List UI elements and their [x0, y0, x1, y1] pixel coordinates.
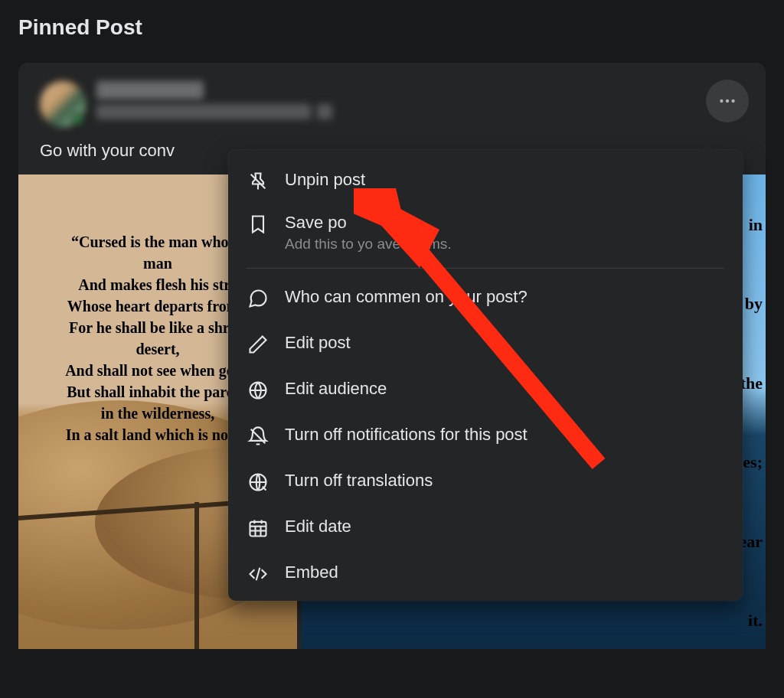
post-options-menu: Unpin post Save po Add this to yo aved i… — [228, 150, 743, 601]
menu-label: Edit post — [285, 331, 724, 354]
menu-item-edit-post[interactable]: Edit post — [228, 321, 743, 367]
menu-item-save[interactable]: Save po Add this to yo aved items. — [228, 202, 743, 262]
code-icon — [247, 563, 270, 585]
menu-item-turn-off-notifications[interactable]: Turn off notifications for this post — [228, 413, 743, 458]
menu-label: Save po — [285, 211, 724, 234]
bell-off-icon — [247, 425, 270, 448]
menu-item-edit-audience[interactable]: Edit audience — [228, 367, 743, 413]
calendar-icon — [247, 517, 270, 540]
avatar[interactable] — [40, 81, 86, 127]
menu-item-embed[interactable]: Embed — [228, 550, 743, 596]
post-meta — [96, 104, 744, 119]
svg-point-0 — [720, 99, 723, 103]
globe-icon — [247, 379, 270, 402]
menu-sublabel: Add this to yo aved items. — [285, 236, 724, 253]
svg-line-15 — [256, 568, 260, 580]
menu-label: Embed — [285, 561, 724, 584]
menu-item-turn-off-translations[interactable]: Turn off translations — [228, 458, 743, 504]
svg-point-2 — [731, 99, 734, 103]
more-options-button[interactable] — [706, 80, 749, 122]
menu-item-unpin[interactable]: Unpin post — [228, 159, 743, 202]
post-header — [40, 81, 744, 127]
ellipsis-icon — [717, 91, 737, 111]
menu-divider — [247, 268, 724, 269]
svg-point-1 — [726, 99, 729, 103]
menu-item-edit-date[interactable]: Edit date — [228, 504, 743, 550]
bookmark-icon — [247, 213, 270, 236]
menu-label: Who can commen on your post? — [285, 285, 724, 308]
unpin-icon — [247, 170, 270, 193]
menu-label: Edit audience — [285, 377, 724, 400]
menu-label: Edit date — [285, 515, 724, 538]
svg-rect-8 — [250, 522, 266, 537]
menu-item-who-comment[interactable]: Who can commen on your post? — [228, 275, 743, 321]
section-title: Pinned Post — [18, 15, 766, 40]
translate-icon — [247, 471, 270, 494]
pencil-icon — [247, 333, 270, 356]
author-name[interactable] — [96, 81, 744, 99]
menu-label: Unpin post — [285, 168, 724, 191]
online-indicator — [72, 113, 84, 126]
comment-icon — [247, 287, 270, 310]
menu-label: Turn off translations — [285, 469, 724, 492]
menu-label: Turn off notifications for this post — [285, 423, 724, 446]
